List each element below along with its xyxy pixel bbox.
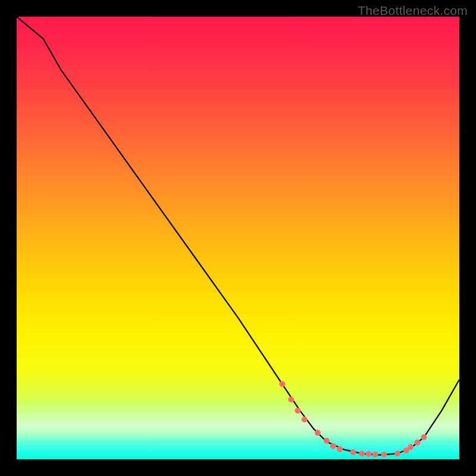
- marker-dot: [414, 440, 420, 446]
- marker-dot: [337, 446, 343, 452]
- plot-area: [17, 17, 459, 459]
- marker-dot: [288, 397, 294, 403]
- main-curve: [17, 17, 459, 455]
- marker-dot: [302, 416, 308, 422]
- marker-dot: [315, 430, 321, 436]
- marker-dot: [330, 443, 336, 449]
- marker-dot: [394, 450, 400, 456]
- marker-dot: [359, 450, 365, 456]
- marker-dot: [381, 452, 387, 458]
- marker-dot: [372, 452, 378, 458]
- marker-dots: [279, 381, 427, 458]
- chart-svg: [17, 17, 459, 459]
- marker-dot: [279, 381, 285, 387]
- marker-dot: [365, 451, 371, 457]
- marker-dot: [421, 434, 427, 440]
- marker-dot: [295, 408, 300, 414]
- marker-dot: [408, 444, 414, 450]
- watermark-text: TheBottleneck.com: [358, 4, 468, 18]
- marker-dot: [324, 438, 330, 444]
- marker-dot: [350, 449, 356, 455]
